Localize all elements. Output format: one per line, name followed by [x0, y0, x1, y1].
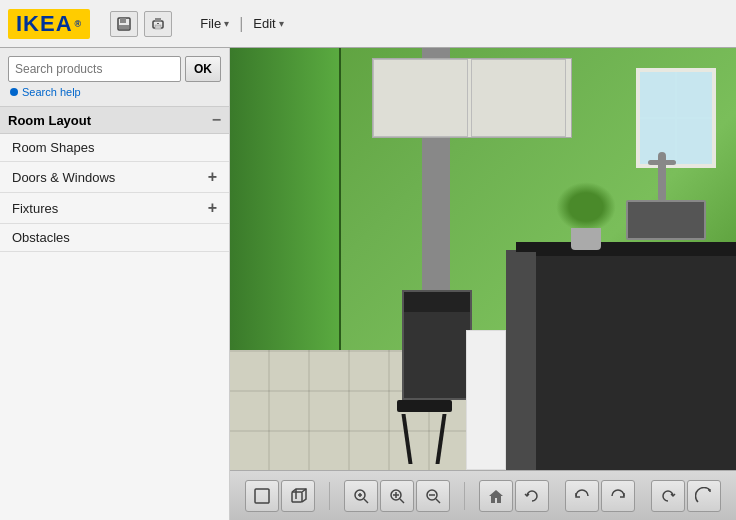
search-help-link[interactable]: Search help	[22, 86, 81, 98]
search-area: OK Search help	[0, 48, 229, 107]
counter-top	[516, 242, 736, 252]
logo-text: IKEA	[16, 11, 73, 37]
stool-leg-left	[402, 414, 413, 464]
sidebar-item-doors-windows[interactable]: Doors & Windows +	[0, 162, 229, 193]
zoom-in-button[interactable]	[380, 480, 414, 512]
home-button[interactable]	[479, 480, 513, 512]
stool	[397, 400, 452, 465]
topbar: IKEA® File ▾ | Edit ▾	[0, 0, 736, 48]
search-ok-button[interactable]: OK	[185, 56, 221, 82]
upper-cabinet	[372, 58, 572, 138]
menu-separator: |	[239, 15, 243, 33]
bottom-toolbar	[230, 470, 736, 520]
undo-camera-button[interactable]	[565, 480, 599, 512]
stove-top	[404, 292, 470, 312]
search-row: OK	[8, 56, 221, 82]
print-button[interactable]	[144, 11, 172, 37]
stove	[402, 290, 472, 400]
stool-seat	[397, 400, 452, 412]
faucet	[658, 152, 666, 202]
menu-bar: File ▾ | Edit ▾	[192, 12, 292, 35]
redo-camera-button[interactable]	[601, 480, 635, 512]
sidebar-item-obstacles-label: Obstacles	[12, 230, 70, 245]
cabinet-door-left	[373, 59, 468, 137]
view-buttons	[245, 480, 315, 512]
doors-windows-expand-icon[interactable]: +	[208, 168, 217, 186]
svg-line-12	[364, 499, 368, 503]
collapse-button[interactable]: −	[212, 112, 221, 128]
svg-rect-8	[292, 492, 302, 502]
main-content: OK Search help Room Layout − Room Shapes…	[0, 48, 736, 520]
sidebar-item-room-shapes-label: Room Shapes	[12, 140, 94, 155]
svg-rect-1	[120, 18, 126, 23]
window-pane-br	[677, 119, 712, 164]
left-wall	[230, 48, 341, 355]
plant-leaves	[556, 182, 616, 232]
stool-leg-right	[436, 414, 447, 464]
2d-view-button[interactable]	[245, 480, 279, 512]
sidebar-item-fixtures[interactable]: Fixtures +	[0, 193, 229, 224]
rotate-buttons	[651, 480, 721, 512]
edit-menu[interactable]: Edit ▾	[245, 12, 291, 35]
counter	[536, 250, 736, 470]
logo-reg: ®	[75, 19, 83, 29]
rotate-right-button[interactable]	[651, 480, 685, 512]
tilt-button[interactable]	[687, 480, 721, 512]
toolbar-icons	[110, 11, 172, 37]
svg-rect-7	[255, 489, 269, 503]
plant-pot	[571, 228, 601, 250]
svg-rect-5	[155, 25, 161, 29]
counter-side	[506, 250, 536, 470]
sidebar-item-obstacles[interactable]: Obstacles	[0, 224, 229, 252]
room-layout-header: Room Layout −	[0, 107, 229, 134]
file-menu[interactable]: File ▾	[192, 12, 237, 35]
edit-menu-arrow: ▾	[279, 18, 284, 29]
file-menu-label: File	[200, 16, 221, 31]
search-help-row: Search help	[8, 86, 221, 98]
sidebar: OK Search help Room Layout − Room Shapes…	[0, 48, 230, 520]
3d-view-button[interactable]	[281, 480, 315, 512]
room-layout-label: Room Layout	[8, 113, 91, 128]
window-pane-tl	[640, 72, 675, 117]
search-input[interactable]	[8, 56, 181, 82]
ikea-logo: IKEA®	[8, 9, 90, 39]
nav-buttons	[479, 480, 549, 512]
edit-menu-label: Edit	[253, 16, 275, 31]
sink	[626, 200, 706, 240]
toolbar-sep-1	[329, 482, 330, 510]
plant	[556, 180, 616, 250]
file-menu-arrow: ▾	[224, 18, 229, 29]
rotate-left-button[interactable]	[515, 480, 549, 512]
scene	[230, 48, 736, 520]
sidebar-item-doors-windows-label: Doors & Windows	[12, 170, 115, 185]
3d-viewport[interactable]	[230, 48, 736, 520]
white-cabinet	[466, 330, 506, 470]
svg-rect-4	[155, 18, 161, 22]
sidebar-item-fixtures-label: Fixtures	[12, 201, 58, 216]
zoom-buttons	[344, 480, 450, 512]
svg-line-16	[400, 499, 404, 503]
fixtures-expand-icon[interactable]: +	[208, 199, 217, 217]
svg-line-20	[436, 499, 440, 503]
window-right	[636, 68, 716, 168]
svg-rect-6	[157, 23, 159, 24]
cabinet-door-right	[471, 59, 566, 137]
sidebar-item-room-shapes[interactable]: Room Shapes	[0, 134, 229, 162]
zoom-fit-button[interactable]	[344, 480, 378, 512]
zoom-out-button[interactable]	[416, 480, 450, 512]
stool-legs	[405, 414, 443, 464]
toolbar-sep-2	[464, 482, 465, 510]
window-pane-tr	[677, 72, 712, 117]
svg-rect-2	[119, 25, 129, 29]
save-button[interactable]	[110, 11, 138, 37]
search-help-icon	[10, 88, 18, 96]
camera-buttons	[565, 480, 635, 512]
